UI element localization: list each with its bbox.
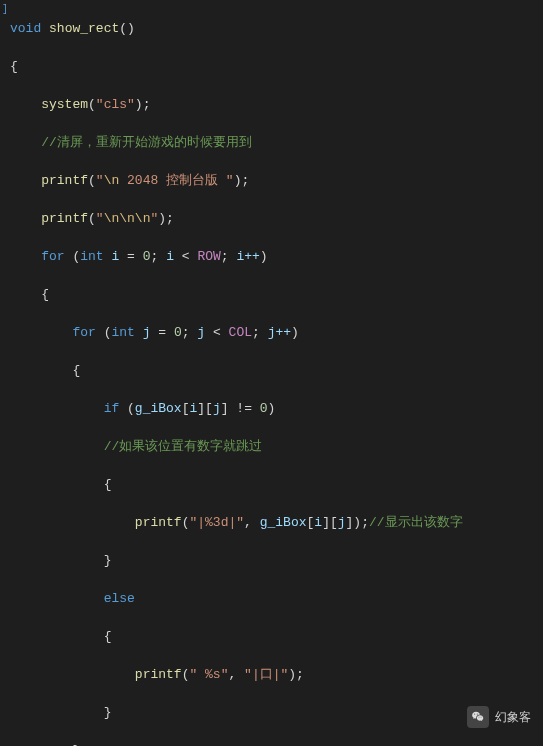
kw-else: else <box>104 591 135 606</box>
kw-for: for <box>72 325 95 340</box>
watermark: 幻象客 <box>467 706 531 728</box>
fn-show-rect: show_rect <box>49 21 119 36</box>
code-area[interactable]: void show_rect() { system("cls"); //清屏，重… <box>10 0 543 746</box>
fn-system: system <box>41 97 88 112</box>
wechat-icon <box>467 706 489 728</box>
kw-if: if <box>104 401 120 416</box>
comment-show: //显示出该数字 <box>369 515 463 530</box>
fn-printf: printf <box>135 515 182 530</box>
watermark-text: 幻象客 <box>495 709 531 726</box>
fn-printf: printf <box>41 173 88 188</box>
macro-col: COL <box>229 325 252 340</box>
fn-printf: printf <box>135 667 182 682</box>
comment-skip: //如果该位置有数字就跳过 <box>104 439 263 454</box>
keyword-void: void <box>10 21 41 36</box>
kw-for: for <box>41 249 64 264</box>
code-editor: ] void show_rect() { system("cls"); //清屏… <box>0 0 543 746</box>
fn-printf: printf <box>41 211 88 226</box>
macro-row: ROW <box>197 249 220 264</box>
gutter-bracket: ] <box>0 0 10 19</box>
comment-clear: //清屏，重新开始游戏的时候要用到 <box>41 135 252 150</box>
str-cls: "cls" <box>96 97 135 112</box>
gutter: ] <box>0 0 10 746</box>
